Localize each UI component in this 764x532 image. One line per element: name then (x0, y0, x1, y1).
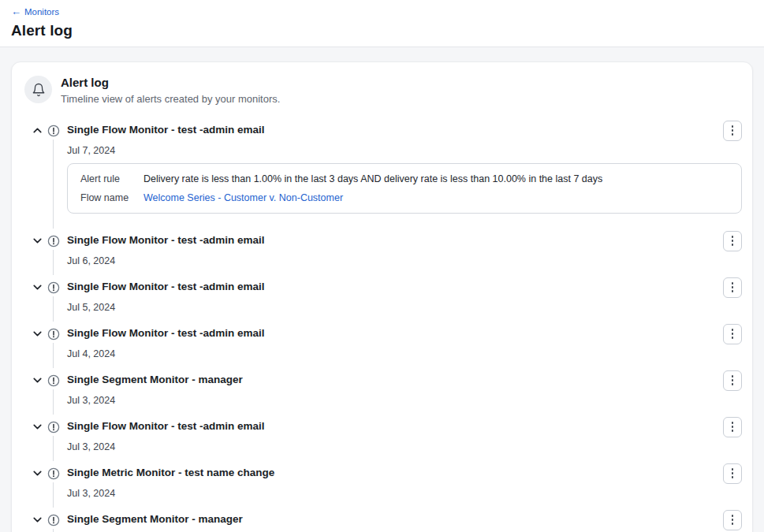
alert-entry-date: Jul 5, 2024 (67, 302, 742, 313)
alert-log-card: Alert log Timeline view of alerts create… (11, 61, 753, 532)
alert-rule-row: Alert rule Delivery rate is less than 1.… (80, 173, 729, 184)
card-title: Alert log (61, 76, 280, 90)
alert-circle-icon (47, 467, 60, 480)
expand-entry-button[interactable] (31, 328, 43, 340)
expand-entry-button[interactable] (31, 421, 43, 433)
alert-entry-header: Single Flow Monitor - test -admin email (31, 324, 742, 344)
alert-entry: Single Flow Monitor - test -admin email … (31, 324, 742, 370)
timeline-connector (53, 140, 54, 229)
alert-entry-title: Single Segment Monitor - manager (67, 512, 723, 527)
alert-details-panel: Alert rule Delivery rate is less than 1.… (67, 163, 742, 214)
kebab-menu-icon (732, 422, 734, 432)
alert-entry-body: Jul 6, 2024 (67, 255, 742, 266)
alert-entry-date: Jul 3, 2024 (67, 395, 742, 406)
alert-entry-body: Jul 7, 2024 Alert rule Delivery rate is … (67, 145, 742, 214)
timeline-connector (53, 529, 54, 532)
chevron-up-icon (32, 125, 43, 136)
flow-name-label: Flow name (80, 192, 143, 203)
timeline-connector (53, 250, 54, 275)
alert-entry-title: Single Flow Monitor - test -admin email (67, 280, 723, 295)
alert-entry-body: Jul 3, 2024 (67, 395, 742, 406)
page-header: ← Monitors Alert log (0, 0, 764, 47)
entry-menu-button[interactable] (723, 510, 742, 530)
alert-rule-value: Delivery rate is less than 1.00% in the … (143, 173, 602, 184)
expand-entry-button[interactable] (31, 281, 43, 294)
alert-entry-title: Single Metric Monitor - test name change (67, 466, 723, 481)
chevron-down-icon (32, 421, 43, 433)
alert-circle-icon (47, 328, 60, 340)
breadcrumb-label: Monitors (24, 7, 59, 17)
alert-entry-date: Jul 6, 2024 (67, 255, 742, 266)
entry-menu-button[interactable] (723, 417, 742, 437)
expand-entry-button[interactable] (31, 467, 43, 480)
card-header-text: Alert log Timeline view of alerts create… (61, 76, 280, 105)
alert-entry-title: Single Segment Monitor - manager (67, 373, 723, 388)
kebab-menu-icon (732, 468, 734, 478)
alert-entry-title: Single Flow Monitor - test -admin email (67, 419, 723, 434)
kebab-menu-icon (732, 125, 734, 136)
alert-circle-icon (47, 514, 60, 526)
chevron-down-icon (32, 467, 43, 479)
chevron-down-icon (32, 328, 43, 340)
alert-entry-header: Single Metric Monitor - test name change (31, 463, 742, 484)
chevron-down-icon (32, 235, 43, 247)
alert-entry-header: Single Flow Monitor - test -admin email (31, 277, 742, 298)
alert-entry: Single Flow Monitor - test -admin email … (31, 121, 742, 231)
timeline-connector (53, 296, 54, 322)
flow-name-link[interactable]: Welcome Series - Customer v. Non-Custome… (143, 192, 343, 203)
expand-entry-button[interactable] (31, 514, 43, 526)
entry-menu-button[interactable] (723, 370, 742, 391)
entry-menu-button[interactable] (723, 121, 742, 141)
alert-entry-header: Single Flow Monitor - test -admin email (31, 231, 742, 251)
alert-entry-date: Jul 3, 2024 (67, 488, 742, 499)
alert-entry-header: Single Flow Monitor - test -admin email (31, 121, 742, 141)
alert-rule-label: Alert rule (80, 173, 143, 184)
alert-circle-icon (47, 235, 60, 247)
page-title: Alert log (11, 22, 753, 39)
alert-entry-body: Jul 3, 2024 (67, 488, 742, 499)
alert-circle-icon (47, 125, 60, 137)
alert-circle-icon (47, 374, 60, 387)
bell-icon (24, 76, 52, 103)
chevron-down-icon (32, 374, 43, 386)
alert-entry: Single Segment Monitor - manager Jul 3, … (31, 510, 742, 532)
timeline-connector (53, 343, 54, 368)
kebab-menu-icon (732, 236, 734, 246)
entry-menu-button[interactable] (723, 277, 742, 298)
alert-entry-title: Single Flow Monitor - test -admin email (67, 123, 723, 138)
alert-entry-header: Single Segment Monitor - manager (31, 370, 742, 391)
back-arrow-icon: ← (11, 6, 21, 17)
alert-entry-date: Jul 3, 2024 (67, 441, 742, 452)
expand-entry-button[interactable] (31, 235, 43, 247)
timeline-connector (53, 482, 54, 508)
alert-entry: Single Flow Monitor - test -admin email … (31, 231, 742, 277)
kebab-menu-icon (732, 375, 734, 385)
kebab-menu-icon (732, 282, 734, 292)
card-header: Alert log Timeline view of alerts create… (12, 62, 752, 105)
flow-name-row: Flow name Welcome Series - Customer v. N… (80, 192, 729, 203)
alert-entry: Single Flow Monitor - test -admin email … (31, 277, 742, 324)
entry-menu-button[interactable] (723, 324, 742, 344)
chevron-down-icon (32, 281, 43, 293)
expand-entry-button[interactable] (31, 374, 43, 387)
timeline-connector (53, 389, 54, 415)
alert-entry: Single Segment Monitor - manager Jul 3, … (31, 370, 742, 417)
card-subtitle: Timeline view of alerts created by your … (61, 93, 280, 105)
alert-entry-title: Single Flow Monitor - test -admin email (67, 326, 723, 341)
alert-entry-header: Single Flow Monitor - test -admin email (31, 417, 742, 437)
content-area: Alert log Timeline view of alerts create… (0, 47, 764, 532)
timeline-connector (53, 436, 54, 461)
kebab-menu-icon (732, 329, 734, 339)
alert-entry-body: Jul 3, 2024 (67, 441, 742, 452)
alert-entry: Single Flow Monitor - test -admin email … (31, 417, 742, 463)
collapse-entry-button[interactable] (31, 125, 43, 137)
breadcrumb-back-link[interactable]: ← Monitors (11, 6, 59, 17)
alert-timeline: Single Flow Monitor - test -admin email … (12, 105, 752, 532)
alert-entry-date: Jul 4, 2024 (67, 348, 742, 359)
kebab-menu-icon (732, 515, 734, 525)
alert-entry-date: Jul 7, 2024 (67, 145, 742, 156)
alert-entry-body: Jul 5, 2024 (67, 302, 742, 313)
entry-menu-button[interactable] (723, 231, 742, 251)
entry-menu-button[interactable] (723, 463, 742, 484)
alert-entry-header: Single Segment Monitor - manager (31, 510, 742, 530)
